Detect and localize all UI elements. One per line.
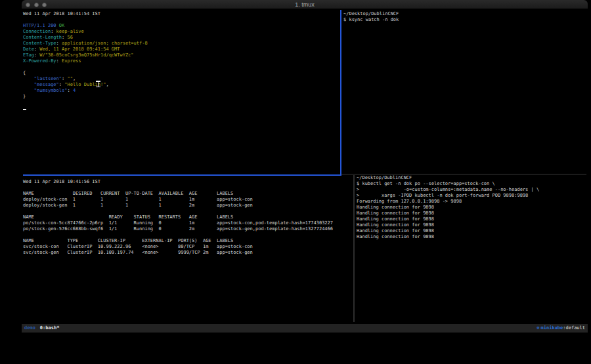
table-row: po/stock-con-5cc874766c-2p6rp 1/1 Runnin… xyxy=(23,220,353,226)
header-value: W/"38-05coCsrg3mQ75sHr1d/qcWTwYZc" xyxy=(39,52,133,58)
header-name: Date xyxy=(23,47,34,52)
table-row: po/stock-gen-576cc688bb-swqf6 1/1 Runnin… xyxy=(23,226,353,232)
title-bar[interactable]: 1. tmux xyxy=(22,0,588,9)
header-name: Connection xyxy=(23,29,51,34)
json-open-brace: { xyxy=(23,70,339,76)
json-comma: , xyxy=(73,76,76,81)
header-name: Content-Type xyxy=(23,41,56,46)
terminal-line: Handling connection for 9898 xyxy=(357,234,586,240)
http-header-line: Content-Type: application/json; charset=… xyxy=(23,41,339,47)
header-value: Express xyxy=(62,58,81,64)
terminal-line xyxy=(23,232,353,238)
table-row: deploy/stock-con 1 1 1 1 1m app=stock-co… xyxy=(23,197,353,203)
json-row: "lastseen": "", xyxy=(23,76,339,82)
pane-divider-horizontal[interactable] xyxy=(341,174,586,174)
session-name: demo xyxy=(24,325,35,331)
header-sep: : xyxy=(56,58,62,64)
http-header-line: X-Powered-By: Express xyxy=(23,58,339,64)
header-name: Content-Length xyxy=(23,35,62,40)
json-key: "numsymbols" xyxy=(23,88,67,93)
command-line: $ ksync watch -n dok xyxy=(343,17,586,23)
pane-divider-horizontal-active[interactable] xyxy=(23,174,341,176)
json-sep: : xyxy=(59,82,64,87)
terminal-cursor xyxy=(23,109,26,110)
pane-port-forward[interactable]: ~/Desktop/DublinCNCF $ kubectl get -n do… xyxy=(357,175,586,240)
table-header-row: NAME DESIRED CURRENT UP-TO-DATE AVAILABL… xyxy=(23,191,353,197)
window-title: 1. tmux xyxy=(22,1,588,8)
terminal-line: Wed 11 Apr 2018 10:41:56 IST xyxy=(23,179,353,185)
status-right: ⊛ minikube :default xyxy=(536,325,585,331)
http-status-code: HTTP/1.1 200 xyxy=(23,23,56,28)
json-value: "" xyxy=(67,76,72,81)
http-status-line: HTTP/1.1 200 OK xyxy=(23,23,339,29)
terminal-line: Handling connection for 9898 xyxy=(357,222,586,228)
terminal-line xyxy=(23,209,353,214)
http-header-line: Date: Wed, 11 Apr 2018 09:41:54 GMT xyxy=(23,47,339,52)
cwd-line: ~/Desktop/DublinCNCF xyxy=(343,11,586,17)
kube-context: minikube xyxy=(541,325,563,331)
http-header-line: Connection: keep-alive xyxy=(23,29,339,35)
cwd-line: ~/Desktop/DublinCNCF xyxy=(357,175,586,181)
header-value: 56 xyxy=(67,35,72,40)
command-line: $ kubectl get -n dok po --selector=app=s… xyxy=(357,181,586,187)
command-continuation-line: > -o=custom-columns=:metadata.name --no-… xyxy=(357,187,586,193)
table-header-row: NAME READY STATUS RESTARTS AGE LABELS xyxy=(23,214,353,220)
json-row: "message": "Hello Dublin!", xyxy=(23,82,339,88)
http-header-line: Content-Length: 56 xyxy=(23,35,339,41)
json-close-brace: } xyxy=(23,94,339,100)
http-status-reason: OK xyxy=(56,23,65,28)
json-row: "numsymbols": 4 xyxy=(23,88,339,94)
blank-line xyxy=(23,17,339,23)
header-value: application/json; charset=utf-8 xyxy=(62,41,148,46)
header-sep: : xyxy=(56,41,62,46)
blank-line xyxy=(23,64,339,70)
terminal-line: Handling connection for 9898 xyxy=(357,211,586,216)
pane-kubectl-get[interactable]: Wed 11 Apr 2018 10:41:56 IST NAME DESIRE… xyxy=(23,179,353,256)
tmux-status-bar: demo 0:bash* ⊛ minikube :default xyxy=(22,324,588,333)
terminal-line: Handling connection for 9898 xyxy=(357,216,586,222)
terminal-line: Handling connection for 9898 xyxy=(357,228,586,234)
terminal-line xyxy=(23,185,353,191)
header-sep: : xyxy=(51,29,56,34)
kube-namespace: :default xyxy=(563,325,585,331)
command-continuation-line: > xargs -IPOD kubectl -n dok port-forwar… xyxy=(357,193,586,199)
pane-ksync[interactable]: ~/Desktop/DublinCNCF $ ksync watch -n do… xyxy=(343,11,586,23)
pane-divider-vertical-bottom[interactable] xyxy=(353,175,355,322)
json-key: "lastseen" xyxy=(23,76,62,81)
header-value: Wed, 11 Apr 2018 09:41:54 GMT xyxy=(39,47,120,52)
table-row: deploy/stock-gen 1 1 1 1 2m app=stock-ge… xyxy=(23,203,353,209)
json-comma: , xyxy=(106,82,108,87)
json-sep: : xyxy=(67,88,72,93)
ibeam-cursor-icon xyxy=(96,81,100,87)
timestamp-line: Wed 11 Apr 2018 10:41:54 IST xyxy=(23,11,339,17)
json-key: "message" xyxy=(23,82,59,87)
pane-divider-vertical-top[interactable] xyxy=(340,10,341,174)
table-row: svc/stock-con ClusterIP 10.99.222.96 <no… xyxy=(23,244,353,250)
terminal-line: Forwarding from 127.0.0.1:9898 -> 9898 xyxy=(357,199,586,205)
table-row: svc/stock-gen ClusterIP 10.109.197.74 <n… xyxy=(23,250,353,256)
table-header-row: NAME TYPE CLUSTER-IP EXTERNAL-IP PORT(S)… xyxy=(23,238,353,244)
http-header-line: ETag: W/"38-05coCsrg3mQ75sHr1d/qcWTwYZc" xyxy=(23,52,339,58)
json-value: 4 xyxy=(73,88,76,93)
header-name: X-Powered-By xyxy=(23,58,56,64)
header-value: keep-alive xyxy=(56,29,84,34)
pane-http-response[interactable]: Wed 11 Apr 2018 10:41:54 IST HTTP/1.1 20… xyxy=(23,11,339,100)
terminal-body: Wed 11 Apr 2018 10:41:54 IST HTTP/1.1 20… xyxy=(22,10,588,336)
terminal-line: Handling connection for 9898 xyxy=(357,205,586,211)
header-name: ETag xyxy=(23,52,34,58)
terminal-window: 1. tmux Wed 11 Apr 2018 10:41:54 IST HTT… xyxy=(22,0,588,336)
window-tab[interactable]: 0:bash* xyxy=(40,325,60,331)
kubernetes-helm-icon: ⊛ xyxy=(536,325,539,331)
